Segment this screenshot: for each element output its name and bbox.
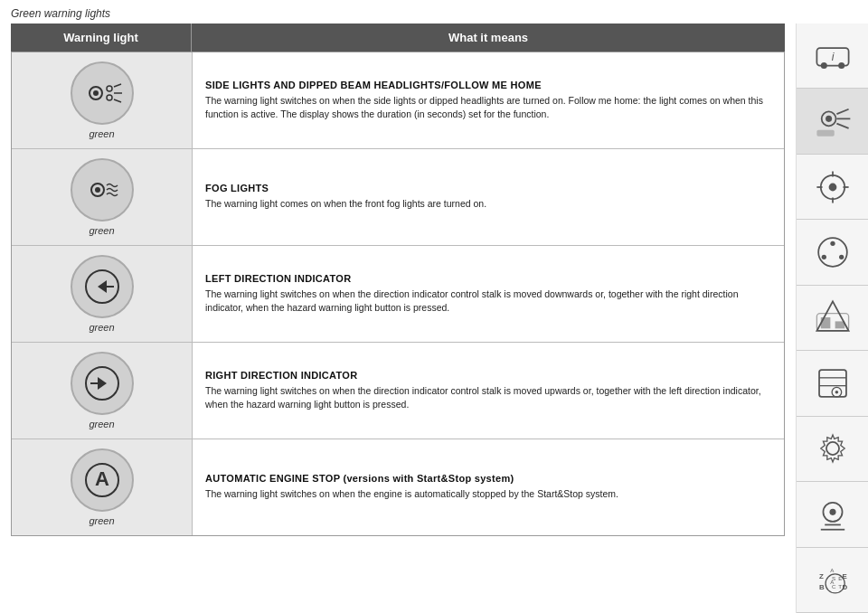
- svg-point-19: [838, 62, 844, 69]
- icon-right-indicator: [71, 352, 134, 415]
- cell-light-4: green: [12, 343, 193, 439]
- color-label-5: green: [89, 515, 114, 526]
- meaning-text-5: The warning light switches on when the e…: [205, 487, 771, 501]
- svg-point-36: [839, 255, 844, 259]
- svg-text:A: A: [830, 567, 835, 573]
- color-label-2: green: [89, 225, 114, 236]
- svg-rect-39: [820, 317, 830, 328]
- svg-point-2: [107, 86, 112, 91]
- svg-rect-40: [835, 322, 844, 329]
- cell-light-1: green: [12, 52, 193, 148]
- page-header: Green warning lights: [0, 0, 868, 24]
- sidebar-item-controls[interactable]: [797, 220, 868, 285]
- meaning-text-2: The warning light comes on when the fron…: [205, 197, 771, 211]
- content-area: Warning light What it means: [0, 24, 796, 613]
- svg-marker-13: [98, 377, 107, 390]
- sidebar-item-service[interactable]: [797, 351, 868, 416]
- sidebar: i: [796, 24, 868, 613]
- svg-point-45: [835, 391, 838, 394]
- color-label-3: green: [89, 322, 114, 333]
- svg-point-18: [820, 62, 826, 69]
- cell-meaning-3: LEFT DIRECTION INDICATOR The warning lig…: [193, 246, 784, 342]
- meaning-text-4: The warning light switches on when the d…: [205, 384, 771, 411]
- svg-rect-26: [816, 130, 834, 137]
- svg-point-35: [821, 255, 826, 259]
- svg-point-3: [107, 95, 112, 100]
- cell-meaning-1: SIDE LIGHTS AND DIPPED BEAM HEADLIGHTS/F…: [193, 52, 784, 148]
- cell-light-3: green: [12, 246, 193, 342]
- cell-light-2: green: [12, 149, 193, 245]
- svg-text:A: A: [95, 467, 109, 490]
- meaning-title-5: AUTOMATIC ENGINE STOP (versions with Sta…: [205, 473, 771, 484]
- sidebar-item-index[interactable]: Z B S C E T A E D A: [797, 548, 868, 613]
- main-layout: Warning light What it means: [0, 24, 868, 613]
- table-row: A green AUTOMATIC ENGINE STOP (versions …: [12, 439, 784, 535]
- svg-point-48: [829, 509, 835, 515]
- svg-text:T: T: [838, 583, 842, 589]
- svg-text:D: D: [842, 584, 847, 592]
- svg-text:i: i: [831, 51, 835, 63]
- meaning-title-4: RIGHT DIRECTION INDICATOR: [205, 370, 771, 381]
- icon-sidelights: [71, 61, 134, 125]
- table-row: green LEFT DIRECTION INDICATOR The warni…: [12, 246, 784, 343]
- svg-rect-41: [819, 370, 846, 397]
- svg-point-34: [830, 241, 835, 246]
- table-row: green RIGHT DIRECTION INDICATOR The warn…: [12, 343, 784, 439]
- svg-text:E: E: [842, 572, 846, 580]
- svg-point-1: [93, 90, 99, 96]
- sidebar-item-media[interactable]: [797, 482, 868, 547]
- table-row: green SIDE LIGHTS AND DIPPED BEAM HEADLI…: [12, 52, 784, 149]
- col-light-header: Warning light: [11, 24, 192, 52]
- meaning-text-1: The warning light switches on when the s…: [205, 94, 771, 121]
- icon-foglights: [71, 158, 134, 222]
- svg-marker-10: [98, 280, 107, 293]
- sidebar-item-emergency[interactable]: [797, 286, 868, 351]
- icon-left-indicator: [71, 255, 134, 318]
- svg-text:E: E: [838, 575, 842, 581]
- table-header: Warning light What it means: [11, 24, 785, 52]
- table-body: green SIDE LIGHTS AND DIPPED BEAM HEADLI…: [11, 52, 785, 536]
- meaning-text-3: The warning light switches on when the d…: [205, 288, 771, 315]
- sidebar-item-car-info[interactable]: i: [797, 24, 868, 89]
- svg-line-23: [836, 109, 848, 114]
- svg-point-28: [828, 183, 836, 191]
- icon-auto-stop: A: [71, 448, 134, 512]
- svg-text:Z: Z: [819, 572, 824, 580]
- svg-text:B: B: [819, 584, 825, 592]
- sidebar-item-settings[interactable]: [797, 417, 868, 482]
- col-meaning-header: What it means: [192, 24, 785, 52]
- cell-meaning-5: AUTOMATIC ENGINE STOP (versions with Sta…: [193, 439, 784, 535]
- meaning-title-1: SIDE LIGHTS AND DIPPED BEAM HEADLIGHTS/F…: [205, 80, 771, 90]
- meaning-title-2: FOG LIGHTS: [205, 183, 771, 193]
- color-label-1: green: [89, 128, 114, 139]
- cell-meaning-4: RIGHT DIRECTION INDICATOR The warning li…: [193, 343, 784, 439]
- table-row: green FOG LIGHTS The warning light comes…: [12, 149, 784, 246]
- sidebar-item-maintenance[interactable]: [797, 155, 868, 220]
- meaning-title-3: LEFT DIRECTION INDICATOR: [205, 273, 771, 284]
- cell-meaning-2: FOG LIGHTS The warning light comes on wh…: [193, 149, 784, 245]
- svg-point-46: [826, 442, 838, 455]
- svg-line-4: [114, 84, 121, 87]
- svg-line-25: [836, 124, 848, 128]
- svg-point-22: [826, 116, 832, 122]
- svg-line-6: [114, 99, 121, 102]
- cell-light-5: A green: [12, 439, 193, 535]
- color-label-4: green: [89, 419, 114, 429]
- svg-point-8: [95, 187, 100, 193]
- sidebar-item-warning-lights[interactable]: [797, 89, 868, 154]
